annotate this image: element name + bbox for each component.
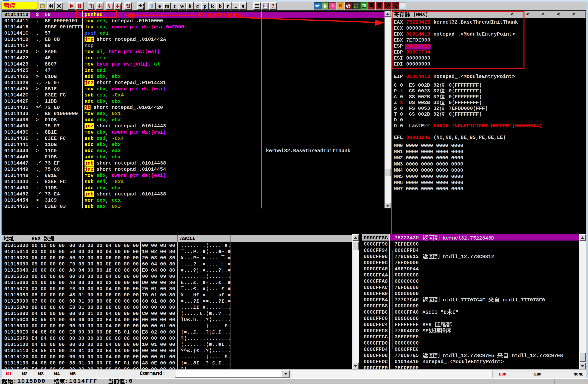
svg-text:010: 010 (354, 4, 358, 6)
svg-text:A: A (331, 4, 334, 8)
svg-text:101: 101 (354, 6, 358, 8)
